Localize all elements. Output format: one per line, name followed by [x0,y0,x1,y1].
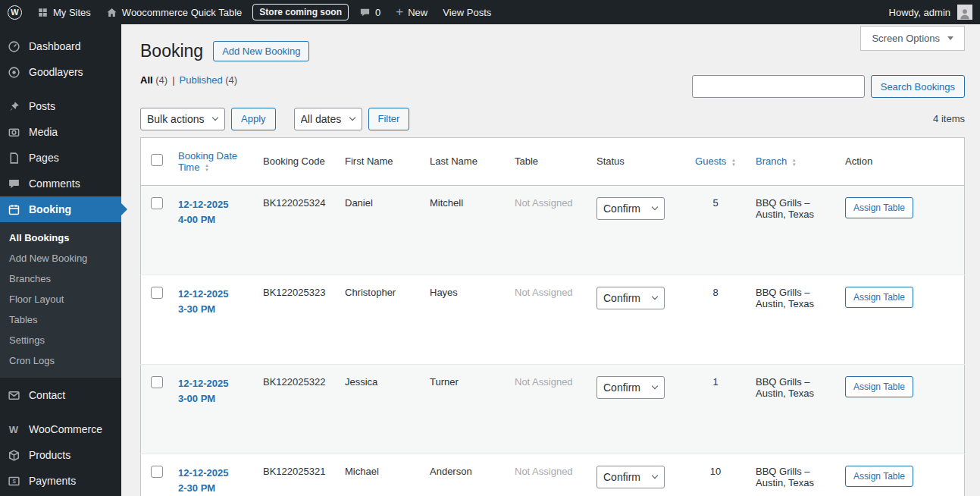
howdy-menu[interactable]: Howdy, admin [881,0,980,24]
sidebar-item-payments[interactable]: $ Payments [0,468,121,494]
table-header-row: Booking Date Time ▲▼ Booking Code First … [141,137,965,185]
svg-text:$: $ [12,478,16,485]
booking-date-link[interactable]: 12-12-20252-30 PM [178,466,248,496]
sidebar-item-comments[interactable]: Comments [0,171,121,196]
filter-all-label: All [140,74,153,86]
last-name-cell: Turner [422,364,507,454]
comments-menu[interactable]: 0 [352,0,388,24]
filter-published-count: (4) [225,74,237,86]
comments-count: 0 [375,7,380,18]
bulk-actions-select[interactable]: Bulk actions [140,108,225,130]
assign-table-button[interactable]: Assign Table [845,376,913,397]
booking-menu-group: Booking All Bookings Add New Booking Bra… [0,196,121,378]
sort-down-icon: ▼ [731,162,736,167]
howdy-label: Howdy, admin [889,7,950,18]
sidebar-item-label: Booking [29,203,71,215]
apply-button[interactable]: Apply [231,108,276,130]
column-label: Branch [756,155,787,167]
column-header-table: Table [507,137,589,185]
submenu-item-cron-logs[interactable]: Cron Logs [0,350,121,371]
new-content-menu[interactable]: + New [388,0,435,24]
submenu-item-floor-layout[interactable]: Floor Layout [0,289,121,309]
column-header-guests[interactable]: Guests ▲▼ [683,137,748,185]
sidebar-item-label: Pages [29,152,59,164]
search-input[interactable] [692,75,865,98]
sidebar-item-label: WooCommerce [29,423,102,435]
sidebar-item-products[interactable]: Products [0,442,121,468]
sidebar-item-dashboard[interactable]: Dashboard [0,33,121,59]
assign-table-button[interactable]: Assign Table [845,466,913,487]
site-name-label: Woocommerce Quick Table [122,7,242,18]
booking-date-link[interactable]: 12-12-20254-00 PM [178,197,248,228]
woocommerce-icon: W [6,422,21,437]
row-select-checkbox[interactable] [151,287,163,299]
contact-icon [6,388,21,403]
assign-table-button[interactable]: Assign Table [845,197,913,218]
column-header-booking-date-time[interactable]: Booking Date Time ▲▼ [171,137,255,185]
booking-date: 12-12-2025 [178,376,248,391]
status-select-wrap: Confirm [596,376,665,399]
booking-code-cell: BK122025323 [255,275,337,364]
booking-date-link[interactable]: 12-12-20253-30 PM [178,287,248,317]
submenu-item-add-new-booking[interactable]: Add New Booking [0,248,121,268]
submenu-item-settings[interactable]: Settings [0,330,121,350]
booking-time: 3-30 PM [178,302,248,317]
table-assignment-cell: Not Assigned [507,275,589,364]
add-new-booking-button[interactable]: Add New Booking [213,41,309,61]
sidebar-item-label: Contact [29,389,65,401]
sidebar-item-goodlayers[interactable]: Goodlayers [0,59,121,85]
wordpress-logo-menu[interactable]: W [0,0,30,24]
sort-down-icon: ▼ [792,162,797,167]
booking-row: 12-12-20254-00 PM BK122025324 Daniel Mit… [141,185,965,275]
filter-button[interactable]: Filter [368,108,410,130]
sidebar-item-pages[interactable]: Pages [0,145,121,171]
status-select-wrap: Confirm [596,197,665,220]
booking-date: 12-12-2025 [178,287,248,302]
screen-options-button[interactable]: Screen Options [860,26,965,51]
sidebar-item-contact[interactable]: Contact [0,382,121,408]
filter-all-count: (4) [155,74,168,86]
sidebar-item-label: Posts [29,100,55,112]
dates-filter-select[interactable]: All dates [294,108,362,130]
admin-bar: W My Sites Woocommerce Quick Table Store… [0,0,980,24]
site-menu[interactable]: Woocommerce Quick Table [99,0,249,24]
filter-published-label: Published [180,74,223,86]
row-select-checkbox[interactable] [151,466,163,478]
branch-cell: BBQ Grills – Austin, Texas [748,454,838,496]
assign-table-button[interactable]: Assign Table [845,287,913,308]
booking-code-cell: BK122025322 [255,364,337,454]
sidebar-item-posts[interactable]: Posts [0,93,121,119]
media-icon [6,124,21,140]
status-select[interactable]: Confirm [596,466,665,488]
search-bookings-button[interactable]: Search Bookings [871,75,965,98]
avatar [957,5,972,20]
first-name-cell: Michael [337,454,422,496]
filter-all-link[interactable]: All (4) [140,74,168,86]
my-sites-menu[interactable]: My Sites [30,0,99,24]
submenu-item-tables[interactable]: Tables [0,309,121,330]
filter-published-link[interactable]: Published (4) [180,74,238,86]
sidebar-item-media[interactable]: Media [0,119,121,145]
status-select[interactable]: Confirm [596,376,665,399]
submenu-item-all-bookings[interactable]: All Bookings [0,228,121,248]
main-content: Screen Options Booking Add New Booking A… [121,24,980,496]
row-select-checkbox[interactable] [151,197,163,209]
row-select-checkbox[interactable] [151,376,163,388]
booking-submenu: All Bookings Add New Booking Branches Fl… [0,222,121,378]
status-select[interactable]: Confirm [596,287,665,309]
view-posts-link[interactable]: View Posts [435,0,499,24]
admin-sidebar: Dashboard Goodlayers Posts Media Pages C… [0,24,121,496]
column-header-branch[interactable]: Branch ▲▼ [748,137,838,185]
bulk-actions-select-wrap: Bulk actions [140,108,225,130]
sidebar-item-woocommerce[interactable]: W WooCommerce [0,416,121,442]
select-all-checkbox[interactable] [151,154,163,166]
dashboard-icon [6,39,21,54]
admin-menu: Dashboard Goodlayers Posts Media Pages C… [0,24,121,494]
goodlayers-icon [6,64,21,80]
booking-date-link[interactable]: 12-12-20253-00 PM [178,376,248,407]
title-row: Booking Add New Booking [140,24,965,63]
status-select[interactable]: Confirm [596,197,665,220]
submenu-item-branches[interactable]: Branches [0,268,121,289]
sort-arrows-icon: ▲▼ [731,158,736,167]
sidebar-item-booking[interactable]: Booking [0,196,121,222]
